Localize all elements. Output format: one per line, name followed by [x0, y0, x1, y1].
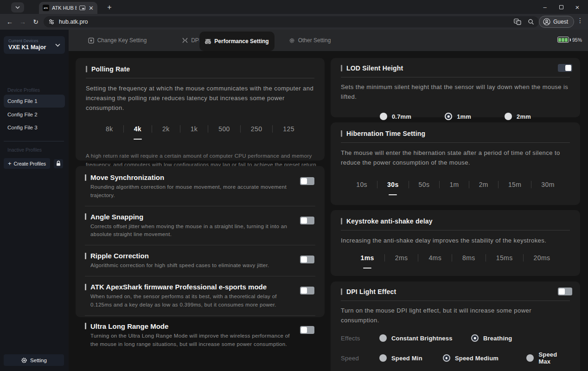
maximize-icon [559, 5, 563, 9]
tab-label: Performance Setting [214, 38, 268, 45]
avatar-icon [543, 18, 550, 26]
create-profiles-button[interactable]: + Create Profiles [4, 158, 50, 169]
tab-other-setting[interactable]: Other Setting [280, 30, 340, 51]
dpi-light-title: DPI Light Effect [346, 288, 396, 295]
divider [341, 301, 570, 301]
tab-performance-setting[interactable]: Performance Setting [199, 32, 275, 51]
ultra-long-range-title: Ultra Long Range Mode [90, 322, 168, 330]
window-minimize-button[interactable]: – [537, 0, 553, 14]
speed-option-min[interactable]: Speed Min [379, 354, 443, 362]
dpi-light-toggle[interactable] [558, 288, 572, 295]
keystroke-option-20ms[interactable]: 20ms [523, 254, 561, 262]
sidebar-item-config-file-2[interactable]: Config File 2 [4, 109, 65, 121]
lod-silent-height-card: LOD Silent Height Sets the minimum silen… [331, 58, 580, 117]
radio-icon [505, 113, 512, 120]
speed-option-medium[interactable]: Speed Medium [443, 354, 515, 362]
speed-option-max[interactable]: Speed Max [526, 351, 570, 365]
effects-option-breathing[interactable]: Breathing [471, 334, 512, 342]
keystroke-option-1ms[interactable]: 1ms [351, 254, 384, 262]
lock-button[interactable] [54, 159, 63, 168]
hibernation-option-10s[interactable]: 10s [346, 181, 377, 188]
hibernation-option-15m[interactable]: 15m [498, 181, 531, 188]
browser-tab[interactable]: ATK ATK HUB Beta ✕ [39, 2, 97, 14]
divider [341, 230, 570, 230]
sidebar-item-config-file-3[interactable]: Config File 3 [4, 122, 65, 134]
hibernation-option-1m[interactable]: 1m [439, 181, 468, 188]
polling-option-1k[interactable]: 1k [180, 125, 208, 133]
hibernation-options: 10s 30s 50s 1m 2m 15m 30m [341, 181, 570, 188]
tab-close-icon[interactable]: ✕ [89, 5, 94, 11]
accent-bar [85, 213, 86, 220]
dpi-icon [182, 38, 188, 43]
tab-change-key-setting[interactable]: Change Key Setting [80, 30, 154, 51]
device-selector[interactable]: Current Devices VXE K1 Major [4, 36, 65, 54]
tab-preview-icon[interactable] [79, 6, 85, 10]
translate-icon[interactable] [514, 19, 521, 25]
lod-option-1mm[interactable]: 1mm [445, 113, 471, 120]
polling-rate-options: 8k 4k 2k 1k 500 250 125 [86, 125, 314, 133]
setting-button[interactable]: Setting [4, 354, 64, 366]
lod-option-07mm[interactable]: 0.7mm [380, 113, 411, 120]
effects-option-constant-brightness[interactable]: Constant Brightness [379, 334, 471, 342]
move-sync-title: Move Synchronization [90, 173, 164, 181]
accent-bar [341, 218, 342, 224]
effects-label: Effects [341, 335, 371, 342]
search-icon[interactable] [528, 19, 534, 25]
tab-search-button[interactable] [11, 2, 24, 13]
divider [341, 77, 570, 77]
profile-button[interactable]: Guest [539, 16, 574, 28]
new-tab-button[interactable]: + [104, 2, 115, 13]
back-button[interactable]: ← [5, 17, 15, 26]
polling-rate-description: Setting the frequency at which the mouse… [86, 83, 317, 113]
keystroke-option-8ms[interactable]: 8ms [452, 254, 486, 262]
dpi-light-description: Turn on the mouse DPI light effect, but … [341, 306, 570, 325]
app-window: Current Devices VXE K1 Major Device Prof… [0, 30, 588, 371]
angle-snapping-title: Angle Snapping [90, 213, 143, 221]
battery-icon [557, 37, 569, 43]
radio-icon [379, 354, 387, 362]
ripple-correction-description: Algorithmic correction for high shift sp… [90, 262, 294, 270]
ripple-correction-toggle[interactable] [300, 256, 314, 263]
radio-selected-icon [445, 113, 452, 120]
polling-rate-title: Polling Rate [91, 65, 130, 73]
guest-label: Guest [553, 19, 568, 25]
polling-option-500[interactable]: 500 [208, 125, 240, 133]
speed-label: Speed [341, 355, 371, 362]
accent-bar [85, 323, 86, 329]
sidebar-item-config-file-1[interactable]: Config File 1 [4, 95, 65, 108]
polling-option-250[interactable]: 250 [240, 125, 273, 133]
tab-label: Other Setting [298, 37, 331, 44]
radio-label: Speed Max [538, 351, 570, 365]
angle-snapping-toggle[interactable] [300, 217, 314, 224]
keystroke-option-2ms[interactable]: 2ms [384, 254, 418, 262]
polling-option-125[interactable]: 125 [272, 125, 305, 133]
browser-titlebar: ATK ATK HUB Beta ✕ + – × [0, 0, 588, 14]
polling-option-4k[interactable]: 4k [123, 125, 152, 133]
ultra-long-range-toggle[interactable] [300, 326, 314, 334]
hibernation-option-50s[interactable]: 50s [409, 181, 440, 188]
accent-bar [85, 253, 86, 259]
hibernation-option-30s[interactable]: 30s [377, 181, 409, 188]
keystroke-option-15ms[interactable]: 15ms [486, 254, 523, 262]
polling-option-8k[interactable]: 8k [96, 125, 123, 133]
move-sync-toggle[interactable] [300, 177, 314, 185]
gear-icon [289, 38, 295, 44]
address-bar[interactable]: hub.atk.pro [44, 16, 539, 27]
lod-description: Sets the minimum silent height that the … [341, 82, 570, 102]
lod-toggle[interactable] [558, 64, 572, 72]
divider [86, 78, 314, 78]
lod-option-2mm[interactable]: 2mm [505, 113, 531, 120]
browser-toolbar: ← → ↻ hub.atk.pro Guest [0, 14, 588, 30]
reload-button[interactable]: ↻ [31, 17, 41, 26]
keystroke-option-4ms[interactable]: 4ms [418, 254, 452, 262]
esports-mode-toggle[interactable] [300, 287, 314, 294]
window-close-button[interactable]: × [569, 0, 585, 14]
hibernation-option-2m[interactable]: 2m [469, 181, 498, 188]
hibernation-option-30m[interactable]: 30m [531, 181, 564, 188]
site-settings-icon[interactable] [48, 19, 55, 25]
forward-button[interactable]: → [18, 17, 28, 26]
window-maximize-button[interactable] [553, 0, 569, 14]
polling-option-2k[interactable]: 2k [152, 125, 180, 133]
keycap-icon [88, 38, 94, 44]
browser-menu-button[interactable]: ⋮ [576, 17, 584, 24]
